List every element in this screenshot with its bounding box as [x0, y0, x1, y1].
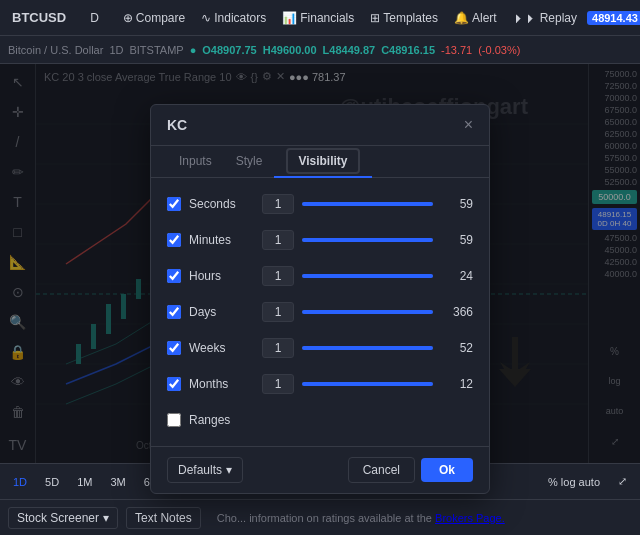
text-notes-button[interactable]: Text Notes — [126, 507, 201, 529]
seconds-label: Seconds — [189, 197, 254, 211]
ranges-row: Ranges — [167, 402, 473, 438]
change-value: -13.71 — [441, 44, 472, 56]
months-label: Months — [189, 377, 254, 391]
weeks-slider[interactable] — [302, 346, 433, 350]
days-min-input[interactable] — [262, 302, 294, 322]
alert-label: Alert — [472, 11, 497, 25]
months-checkbox[interactable] — [167, 377, 181, 391]
minutes-max-value: 59 — [441, 233, 473, 247]
low-price: L48449.87 — [323, 44, 376, 56]
months-fill — [302, 382, 433, 386]
log-btn[interactable]: % log auto — [543, 474, 605, 490]
templates-label: Templates — [383, 11, 438, 25]
weeks-row: Weeks 52 — [167, 330, 473, 366]
seconds-slider[interactable] — [302, 202, 433, 206]
open-price: O48907.75 — [202, 44, 256, 56]
action-buttons: Cancel Ok — [348, 457, 473, 483]
close-price: C48916.15 — [381, 44, 435, 56]
arrow-indicator — [495, 337, 535, 395]
indicators-button[interactable]: ∿ Indicators — [195, 8, 272, 28]
replay-button[interactable]: ⏵⏵ Replay — [507, 8, 583, 28]
financials-icon: 📊 — [282, 11, 297, 25]
tab-visibility[interactable]: Visibility — [274, 146, 371, 178]
bottom-info: Cho... information on ratings available … — [209, 512, 632, 524]
days-fill — [302, 310, 433, 314]
modal-header: KC × — [151, 105, 489, 146]
weeks-min-input[interactable] — [262, 338, 294, 358]
defaults-label: Defaults — [178, 463, 222, 477]
exchange-label: BITSTAMP — [129, 44, 183, 56]
modal-body: Seconds 59 Minutes 59 — [151, 178, 489, 446]
chevron-down-icon: ▾ — [226, 463, 232, 477]
timeframe-selector[interactable]: D — [84, 8, 105, 28]
months-row: Months 12 — [167, 366, 473, 402]
time-5d[interactable]: 5D — [40, 474, 64, 490]
brokers-link[interactable]: Brokers Page. — [435, 512, 505, 524]
svg-marker-25 — [499, 369, 531, 387]
minutes-min-input[interactable] — [262, 230, 294, 250]
bottom-toolbar: Stock Screener ▾ Text Notes Cho... infor… — [0, 499, 640, 535]
symbol-selector[interactable]: BTCUSD — [6, 7, 72, 28]
templates-icon: ⊞ — [370, 11, 380, 25]
hours-slider[interactable] — [302, 274, 433, 278]
alert-button[interactable]: 🔔 Alert — [448, 8, 503, 28]
tab-style[interactable]: Style — [224, 146, 275, 178]
modal-footer: Defaults ▾ Cancel Ok — [151, 446, 489, 493]
days-slider[interactable] — [302, 310, 433, 314]
modal-title: KC — [167, 117, 187, 133]
stock-screener-button[interactable]: Stock Screener ▾ — [8, 507, 118, 529]
symbol-label: BTCUSD — [12, 10, 66, 25]
seconds-max-value: 59 — [441, 197, 473, 211]
compare-button[interactable]: ⊕ Compare — [117, 8, 191, 28]
modal-close-button[interactable]: × — [464, 117, 473, 133]
info-bar: Bitcoin / U.S. Dollar 1D BITSTAMP ● O489… — [0, 36, 640, 64]
expand-icon[interactable]: ⤢ — [613, 473, 632, 490]
replay-label: Replay — [540, 11, 577, 25]
seconds-checkbox[interactable] — [167, 197, 181, 211]
hours-fill — [302, 274, 433, 278]
templates-button[interactable]: ⊞ Templates — [364, 8, 444, 28]
time-1m[interactable]: 1M — [72, 474, 97, 490]
weeks-checkbox[interactable] — [167, 341, 181, 355]
months-slider[interactable] — [302, 382, 433, 386]
ranges-checkbox[interactable] — [167, 413, 181, 427]
main-area: ↖ ✛ / ✏ T □ 📐 ⊙ 🔍 🔒 👁 🗑 TV KC 20 3 close… — [0, 64, 640, 463]
days-row: Days 366 — [167, 294, 473, 330]
hours-max-value: 24 — [441, 269, 473, 283]
minutes-row: Minutes 59 — [167, 222, 473, 258]
screener-chevron-icon: ▾ — [103, 511, 109, 525]
minutes-checkbox[interactable] — [167, 233, 181, 247]
modal-tabs: Inputs Style Visibility — [151, 146, 489, 178]
hours-min-input[interactable] — [262, 266, 294, 286]
defaults-button[interactable]: Defaults ▾ — [167, 457, 243, 483]
ranges-label: Ranges — [189, 413, 254, 427]
seconds-min-input[interactable] — [262, 194, 294, 214]
minutes-slider[interactable] — [302, 238, 433, 242]
compare-label: Compare — [136, 11, 185, 25]
change-pct: (-0.03%) — [478, 44, 520, 56]
days-checkbox[interactable] — [167, 305, 181, 319]
time-3m[interactable]: 3M — [105, 474, 130, 490]
pair-label: Bitcoin / U.S. Dollar — [8, 44, 103, 56]
weeks-max-value: 52 — [441, 341, 473, 355]
minutes-fill — [302, 238, 433, 242]
tab-inputs[interactable]: Inputs — [167, 146, 224, 178]
months-min-input[interactable] — [262, 374, 294, 394]
hours-checkbox[interactable] — [167, 269, 181, 283]
indicators-label: Indicators — [214, 11, 266, 25]
alert-icon: 🔔 — [454, 11, 469, 25]
cancel-button[interactable]: Cancel — [348, 457, 415, 483]
main-toolbar: BTCUSD D ⊕ Compare ∿ Indicators 📊 Financ… — [0, 0, 640, 36]
notes-label: Text Notes — [135, 511, 192, 525]
financials-label: Financials — [300, 11, 354, 25]
ok-button[interactable]: Ok — [421, 458, 473, 482]
financials-button[interactable]: 📊 Financials — [276, 8, 360, 28]
seconds-fill — [302, 202, 433, 206]
dot-indicator: ● — [190, 44, 197, 56]
weeks-fill — [302, 346, 433, 350]
timeframe-info: 1D — [109, 44, 123, 56]
time-1d[interactable]: 1D — [8, 474, 32, 490]
modal-overlay: KC × Inputs Style Visibility Seconds — [0, 64, 640, 463]
compare-icon: ⊕ — [123, 11, 133, 25]
weeks-label: Weeks — [189, 341, 254, 355]
